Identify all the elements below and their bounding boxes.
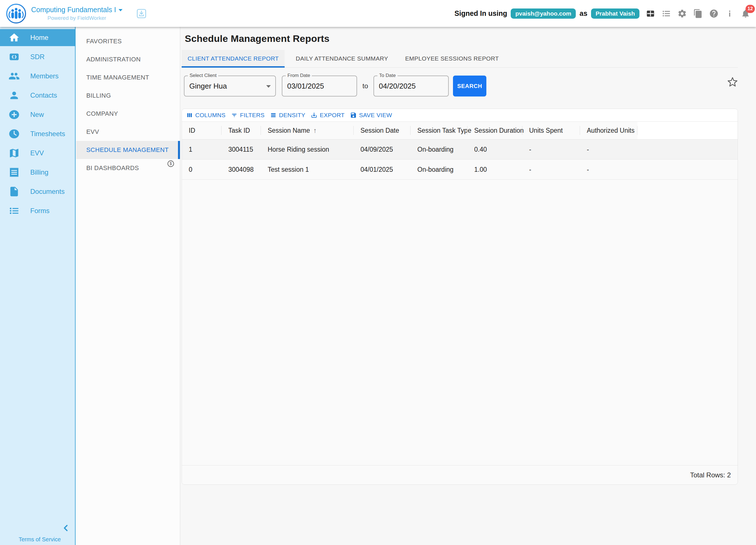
subnav-item-bi-dashboards[interactable]: BI DASHBOARDS xyxy=(76,159,180,177)
subnav-item-time-management[interactable]: TIME MANAGEMENT xyxy=(76,68,180,87)
from-date-value: 03/01/2025 xyxy=(282,82,324,91)
table-cell: 1 xyxy=(182,140,222,159)
subnav-label: ADMINISTRATION xyxy=(86,56,141,63)
select-client-label: Select Client xyxy=(188,73,218,78)
favorite-star-icon[interactable] xyxy=(727,77,738,87)
header-gap xyxy=(637,122,738,139)
search-button[interactable]: SEARCH xyxy=(453,76,486,96)
subnav-item-favorites[interactable]: FAVORITES xyxy=(76,32,180,50)
badge-icon xyxy=(8,51,20,63)
add-circle-icon xyxy=(8,109,20,120)
subnav-item-billing[interactable]: BILLING xyxy=(76,87,180,105)
tab-client-attendance-report[interactable]: CLIENT ATTENDANCE REPORT xyxy=(182,50,285,67)
settings-gear-icon[interactable] xyxy=(677,9,687,18)
table-row[interactable]: 03004098Test session 104/01/2025On-board… xyxy=(182,160,738,180)
list-icon[interactable] xyxy=(661,9,671,18)
to-date-input[interactable]: To Date 04/20/2025 xyxy=(373,76,449,96)
density-button[interactable]: DENSITY xyxy=(270,112,305,119)
toolbar-button-label: COLUMNS xyxy=(195,112,225,119)
subnav-item-schedule-management[interactable]: SCHEDULE MANAGEMENT xyxy=(76,141,180,159)
sidebar-item-forms[interactable]: Forms xyxy=(0,202,75,219)
sidebar-item-contacts[interactable]: Contacts xyxy=(0,87,75,104)
column-header-session-name[interactable]: Session Name↑ xyxy=(261,122,354,139)
sidebar-item-new[interactable]: New xyxy=(0,106,75,123)
table-cell: On-boarding xyxy=(411,140,467,159)
data-grid-card: COLUMNS FILTERS DENSITY EXPORT SAVE VIEW… xyxy=(182,109,738,485)
report-tabs: CLIENT ATTENDANCE REPORT DAILY ATTENDANC… xyxy=(182,50,738,68)
select-client-dropdown[interactable]: Select Client Ginger Hua xyxy=(184,76,276,96)
toolbar-button-label: EXPORT xyxy=(320,112,345,119)
table-cell: 04/09/2025 xyxy=(354,140,411,159)
column-header-label: Authorized Units xyxy=(587,127,635,134)
tab-daily-attendance-summary[interactable]: DAILY ATTENDANCE SUMMARY xyxy=(290,50,394,67)
sidebar-item-label: Billing xyxy=(30,168,48,176)
help-icon[interactable] xyxy=(709,9,719,18)
subnav-item-evv[interactable]: EVV xyxy=(76,123,180,141)
sidebar-item-label: SDR xyxy=(30,53,45,61)
column-header-id[interactable]: ID xyxy=(182,122,222,139)
company-selector[interactable]: Computing Fundamentals I xyxy=(31,6,123,14)
clock-icon xyxy=(8,128,20,140)
export-download-icon xyxy=(311,112,317,119)
column-header-label: Session Name xyxy=(268,127,310,134)
sidebar-item-label: Timesheets xyxy=(30,130,65,138)
copy-icon[interactable] xyxy=(693,9,703,18)
sort-ascending-icon[interactable]: ↑ xyxy=(313,126,317,134)
filters-button[interactable]: FILTERS xyxy=(231,112,265,119)
tab-label: CLIENT ATTENDANCE REPORT xyxy=(188,55,279,62)
company-name[interactable]: Computing Fundamentals I xyxy=(31,6,116,14)
tab-label: EMPLOYEE SESSIONS REPORT xyxy=(405,55,499,62)
column-header-session-task-type[interactable]: Session Task Type xyxy=(411,122,467,139)
sidebar-item-label: Contacts xyxy=(30,91,57,99)
sidebar-item-evv[interactable]: EVV xyxy=(0,145,75,162)
secondary-nav: FAVORITES ADMINISTRATION TIME MANAGEMENT… xyxy=(76,27,180,545)
collapse-sidebar-chevron-left-icon[interactable] xyxy=(61,523,71,533)
terms-of-service-link[interactable]: Terms of Service xyxy=(19,536,61,543)
download-app-icon[interactable] xyxy=(136,8,147,20)
table-cell: - xyxy=(522,160,580,179)
sidebar-item-members[interactable]: Members xyxy=(0,68,75,85)
list-icon xyxy=(8,205,20,216)
column-header-task-id[interactable]: Task ID xyxy=(222,122,261,139)
from-date-input[interactable]: From Date 03/01/2025 xyxy=(282,76,357,96)
dollar-circle-icon: $ xyxy=(167,160,175,168)
row-gap xyxy=(637,140,738,159)
sidebar-item-documents[interactable]: Documents xyxy=(0,183,75,200)
subnav-label: BILLING xyxy=(86,92,111,99)
sidebar-item-sdr[interactable]: SDR xyxy=(0,48,75,65)
app-header: Computing Fundamentals I Powered by Fiel… xyxy=(0,0,756,27)
subnav-item-company[interactable]: COMPANY xyxy=(76,105,180,123)
density-icon xyxy=(270,112,277,119)
column-header-label: Units Spent xyxy=(529,127,563,134)
save-view-button[interactable]: SAVE VIEW xyxy=(350,112,392,119)
table-cell: 0 xyxy=(182,160,222,179)
export-button[interactable]: EXPORT xyxy=(311,112,345,119)
home-icon xyxy=(8,32,20,43)
row-gap xyxy=(637,160,738,179)
toolbar-button-label: SAVE VIEW xyxy=(359,112,392,119)
apps-grid-icon[interactable] xyxy=(646,9,655,18)
sidebar-item-timesheets[interactable]: Timesheets xyxy=(0,125,75,142)
date-range-connector: to xyxy=(357,76,373,96)
subnav-label: SCHEDULE MANAGEMENT xyxy=(86,146,169,154)
subnav-item-administration[interactable]: ADMINISTRATION xyxy=(76,50,180,68)
receipt-icon xyxy=(8,167,20,178)
columns-icon xyxy=(186,112,193,119)
info-icon[interactable] xyxy=(725,9,734,18)
table-cell: 1.00 xyxy=(467,160,522,179)
sidebar-item-home[interactable]: Home xyxy=(0,29,75,46)
column-header-authorized-units[interactable]: Authorized Units xyxy=(580,122,637,139)
table-row[interactable]: 13004115Horse Riding session04/09/2025On… xyxy=(182,140,738,160)
chevron-down-icon xyxy=(266,85,271,88)
column-header-session-duration[interactable]: Session Duration xyxy=(467,122,522,139)
notifications-bell-icon[interactable]: 12 xyxy=(741,9,750,18)
column-header-session-date[interactable]: Session Date xyxy=(354,122,411,139)
tab-employee-sessions-report[interactable]: EMPLOYEE SESSIONS REPORT xyxy=(399,50,505,67)
svg-text:$: $ xyxy=(170,161,172,166)
brand-text: Computing Fundamentals I Powered by Fiel… xyxy=(31,6,123,21)
sidebar-item-billing[interactable]: Billing xyxy=(0,164,75,181)
sidebar-item-label: Documents xyxy=(30,188,65,196)
column-header-units-spent[interactable]: Units Spent xyxy=(522,122,580,139)
columns-button[interactable]: COLUMNS xyxy=(186,112,225,119)
column-header-label: Task ID xyxy=(228,127,250,134)
